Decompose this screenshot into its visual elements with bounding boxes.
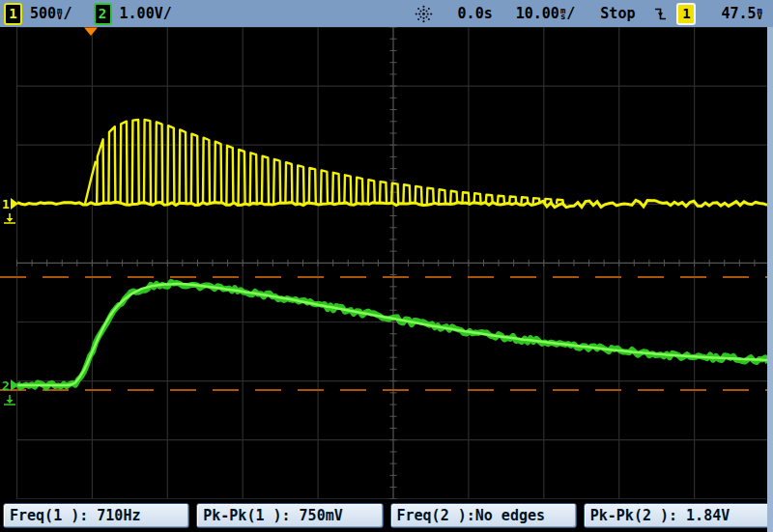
scope-display: 12: [0, 0, 773, 532]
trigger-position-marker: [84, 28, 98, 37]
ch2-reference-marker: 2: [2, 378, 10, 393]
ch1-reference-marker: 1: [2, 197, 10, 211]
channel1-badge[interactable]: 1: [4, 3, 22, 25]
measurement-freq-ch1[interactable]: Freq(1 ): 710Hz: [3, 503, 189, 528]
trigger-level-unit: mV: [758, 8, 762, 20]
trigger-level-readout[interactable]: 47.5mV: [721, 5, 763, 22]
ch1-waveform: [85, 120, 563, 204]
run-state-indicator[interactable]: Stop: [600, 5, 635, 22]
trigger-level-value: 47.5: [721, 5, 756, 22]
timebase-suffix: /: [566, 5, 575, 22]
ch2-waveform-core: [17, 284, 767, 385]
timebase-readout[interactable]: 10.00ms/: [516, 5, 576, 22]
channel1-scale-value: 500: [30, 5, 56, 22]
horizontal-delay-readout[interactable]: 0.0s: [458, 5, 493, 22]
oscilloscope-screen: 12 1 500mV/ 2 1.00V/: [0, 0, 773, 532]
timebase-value: 10.00: [516, 5, 559, 22]
trigger-slope-falling-icon[interactable]: [654, 6, 667, 22]
measurement-pkpk-ch2[interactable]: Pk-Pk(2 ): 1.84V: [584, 503, 770, 528]
status-bar: 1 500mV/ 2 1.00V/ 0.0s: [0, 0, 773, 27]
channel1-scale[interactable]: 500mV/: [30, 5, 72, 22]
acquisition-activity-icon: [415, 5, 433, 23]
measurement-bar: Freq(1 ): 710Hz Pk-Pk(1 ): 750mV Freq(2 …: [0, 499, 773, 532]
channel2-scale[interactable]: 1.00V/: [120, 5, 172, 22]
measurement-freq-ch2[interactable]: Freq(2 ):No edges: [390, 503, 577, 528]
measurement-pkpk-ch1[interactable]: Pk-Pk(1 ): 750mV: [196, 503, 383, 528]
channel1-scale-unit: mV: [57, 8, 62, 20]
trigger-source-badge[interactable]: 1: [676, 3, 696, 25]
channel2-badge[interactable]: 2: [94, 3, 112, 25]
channel1-scale-suffix: /: [64, 5, 72, 22]
timebase-unit: ms: [560, 8, 565, 20]
screen-edge-strip: [767, 27, 773, 532]
